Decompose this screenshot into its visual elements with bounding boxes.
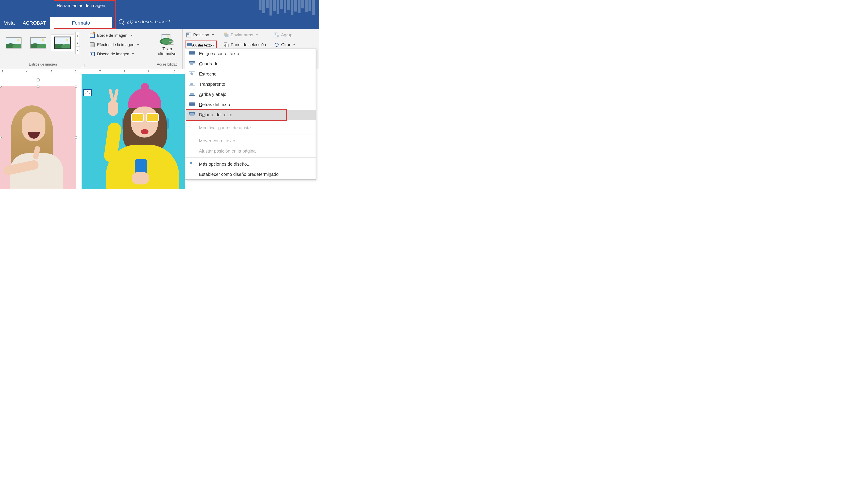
resize-handle[interactable] (75, 136, 77, 139)
wrap-inline-icon (189, 51, 195, 56)
alt-text-line1: Texto (158, 47, 176, 52)
ruler-mark: 8 (124, 69, 125, 74)
picture-layout-icon (89, 51, 95, 57)
styles-gallery[interactable]: ▲ ▼ ▾ (2, 31, 84, 55)
menu-item-label: Más opciones de diseño... (199, 162, 250, 167)
chevron-down-icon (213, 45, 215, 46)
menu-item-label: Establecer como diseño predeterminado (199, 172, 279, 177)
highlight-box-tab (54, 0, 116, 29)
wrap-square-icon (189, 61, 195, 66)
menu-item-more-layout-options[interactable]: Más opciones de diseño... (185, 159, 316, 169)
resize-handle[interactable] (75, 85, 77, 88)
send-backward-icon (224, 32, 229, 38)
rotate-label: Girar (281, 42, 290, 47)
gallery-up-icon[interactable]: ▲ (75, 32, 80, 39)
menu-item-label: Transparente (199, 82, 225, 87)
wrap-tight-icon (189, 72, 195, 76)
dialog-launcher-icon[interactable] (81, 64, 84, 67)
picture-border-button[interactable]: Borde de imagen (88, 31, 150, 40)
menu-item-set-default-layout[interactable]: Establecer como diseño predeterminado (185, 169, 316, 179)
menu-item-label: Mover con el texto (199, 139, 235, 144)
send-backward-button[interactable]: Enviar atrás (222, 31, 267, 39)
wrap-text-icon (187, 43, 192, 48)
resize-handle[interactable] (37, 85, 39, 88)
ruler-mark: 3 (2, 69, 3, 74)
title-bar: Vista ACROBAT Herramientas de imagen For… (0, 0, 319, 29)
picture-effects-button[interactable]: Efectos de la imagen (88, 40, 150, 49)
gallery-more-icon[interactable]: ▾ (75, 47, 80, 54)
menu-item-edit-wrap-points: Modificar puntos de ajuste (185, 123, 316, 133)
ruler-mark: 7 (99, 69, 101, 74)
menu-item-square[interactable]: Cuadrado (185, 59, 316, 69)
alt-text-line2: alternativo (158, 52, 176, 56)
picture-border-label: Borde de imagen (97, 33, 127, 38)
chevron-down-icon (293, 44, 295, 46)
group-picture-styles: ▲ ▼ ▾ Estilos de imagen (0, 29, 86, 69)
group-label: Agrup (281, 33, 292, 37)
selection-pane-button[interactable]: Panel de selección (222, 40, 267, 49)
chevron-down-icon (212, 34, 214, 36)
group-label-accessibility: Accesibilidad (157, 62, 177, 68)
wrap-behind-icon (189, 102, 195, 107)
blank-icon (189, 139, 195, 143)
chevron-down-icon (130, 35, 132, 36)
rotate-handle-icon[interactable] (37, 78, 40, 82)
chevron-down-icon (132, 53, 134, 55)
gallery-down-icon[interactable]: ▼ (75, 39, 80, 47)
picture-border-icon (89, 32, 95, 38)
chevron-down-icon (137, 44, 139, 46)
edit-points-icon (189, 125, 195, 130)
menu-item-infront-text[interactable]: Delante del texto (185, 110, 316, 120)
selection-pane-icon (224, 42, 229, 48)
selected-image-1[interactable] (0, 86, 76, 189)
picture-layout-button[interactable]: Diseño de imagen (88, 49, 150, 59)
menu-item-top-bottom[interactable]: Arriba y abajo (185, 89, 316, 100)
menu-item-inline[interactable]: En línea con el texto (185, 49, 316, 59)
image-2[interactable] (82, 74, 185, 189)
blank-icon (189, 172, 195, 177)
wrap-arc-icon (86, 91, 89, 94)
rotate-icon (274, 42, 279, 48)
group-icon (274, 32, 279, 38)
menu-item-label: Delante del texto (199, 112, 232, 118)
position-button[interactable]: Posición (185, 31, 217, 39)
tab-acrobat[interactable]: ACROBAT (19, 17, 50, 29)
menu-item-label: Ajustar posición en la página (199, 149, 256, 154)
menu-item-behind-text[interactable]: Detrás del texto (185, 100, 316, 110)
group-objects-button[interactable]: Agrup (273, 31, 296, 39)
tell-me-search[interactable]: ¿Qué desea hacer? (119, 19, 170, 24)
picture-layout-label: Diseño de imagen (97, 52, 129, 56)
tab-vista[interactable]: Vista (0, 17, 19, 29)
resize-handle[interactable] (0, 136, 2, 139)
menu-item-tight[interactable]: Estrecho (185, 69, 316, 79)
selection-pane-label: Panel de selección (231, 42, 266, 47)
menu-item-label: Cuadrado (199, 61, 219, 67)
more-options-icon (189, 162, 195, 166)
resize-handle[interactable] (0, 85, 2, 88)
menu-item-move-with-text: Mover con el texto (185, 136, 316, 146)
ruler-mark: 6 (75, 69, 76, 74)
wrap-topbottom-icon (189, 92, 195, 97)
position-label: Posición (193, 33, 209, 37)
rotate-button[interactable]: Girar (273, 40, 296, 49)
wrap-text-label: Ajustar texto (192, 43, 212, 48)
menu-item-label: Arriba y abajo (199, 92, 226, 97)
search-icon (119, 19, 124, 24)
menu-item-label: Modificar puntos de ajuste (199, 125, 251, 130)
layout-options-button[interactable] (83, 89, 92, 96)
alt-text-button[interactable]: Texto alternativo (158, 47, 176, 56)
titlebar-decoration (259, 0, 315, 16)
search-placeholder: ¿Qué desea hacer? (127, 19, 170, 24)
menu-item-label: En línea con el texto (199, 51, 239, 56)
wrap-text-menu: En línea con el texto Cuadrado Estrecho … (185, 48, 316, 180)
menu-separator (185, 134, 316, 134)
style-thumb-3-selected[interactable] (51, 35, 74, 51)
ruler-mark: 9 (148, 69, 150, 74)
wrap-through-icon (189, 82, 195, 87)
group-label-styles: Estilos de imagen (2, 62, 84, 68)
style-thumb-1[interactable] (2, 35, 25, 51)
wrap-infront-icon (189, 112, 195, 117)
gallery-spinner[interactable]: ▲ ▼ ▾ (75, 32, 80, 54)
menu-item-through[interactable]: Transparente (185, 79, 316, 89)
ruler-mark: 5 (51, 69, 52, 74)
